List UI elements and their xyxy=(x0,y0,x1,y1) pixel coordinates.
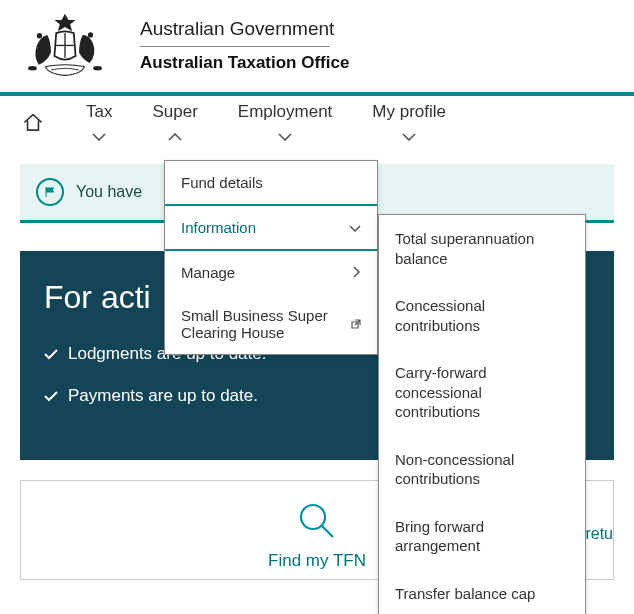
sm-label: Transfer balance cap xyxy=(395,585,535,602)
notice-text: You have xyxy=(76,183,142,201)
dd-label: Manage xyxy=(181,264,235,281)
sm-non-concessional[interactable]: Non-concessional contributions xyxy=(379,436,585,503)
chevron-down-icon xyxy=(278,126,292,146)
primary-nav: Tax Super Employment My profile xyxy=(0,92,634,152)
status-text: Payments are up to date. xyxy=(68,386,258,406)
submenu-information: Total superannuation balance Concessiona… xyxy=(378,214,586,614)
sm-label: Non-concessional contributions xyxy=(395,451,514,488)
dropdown-super: Fund details Information Manage Small Bu… xyxy=(164,160,378,355)
gov-title: Australian Government xyxy=(140,18,349,46)
check-icon xyxy=(44,348,58,360)
dd-label: Small Business Super Clearing House xyxy=(181,307,344,341)
coat-of-arms-icon xyxy=(20,10,110,80)
nav-my-profile[interactable]: My profile xyxy=(352,96,466,152)
flag-icon xyxy=(36,178,64,206)
nav-label: Tax xyxy=(86,102,112,122)
dd-fund-details[interactable]: Fund details xyxy=(165,161,377,204)
nav-employment[interactable]: Employment xyxy=(218,96,352,152)
site-header: Australian Government Australian Taxatio… xyxy=(0,0,634,92)
sm-label: Concessional contributions xyxy=(395,297,485,334)
dd-label: Fund details xyxy=(181,174,263,191)
external-link-icon xyxy=(350,316,361,333)
dd-label: Information xyxy=(181,219,256,236)
sm-concessional[interactable]: Concessional contributions xyxy=(379,282,585,349)
svg-line-7 xyxy=(322,526,333,537)
agency-title: Australian Taxation Office xyxy=(140,53,349,73)
site-title-block: Australian Government Australian Taxatio… xyxy=(140,18,349,73)
nav-home[interactable] xyxy=(0,92,66,152)
sm-label: Bring forward arrangement xyxy=(395,518,484,555)
chevron-down-icon xyxy=(92,126,106,146)
sm-transfer-balance-cap[interactable]: Transfer balance cap xyxy=(379,570,585,615)
title-divider xyxy=(140,46,330,47)
chevron-down-icon xyxy=(402,126,416,146)
chevron-down-icon xyxy=(349,219,361,236)
nav-label: Employment xyxy=(238,102,332,122)
dd-manage[interactable]: Manage xyxy=(165,251,377,294)
tile-label: Find my TFN xyxy=(268,551,366,571)
dd-information[interactable]: Information xyxy=(165,204,377,251)
nav-label: Super xyxy=(152,102,197,122)
sm-label: Total superannuation balance xyxy=(395,230,534,267)
chevron-up-icon xyxy=(168,126,182,146)
nav-tax[interactable]: Tax xyxy=(66,96,132,152)
sm-carry-forward[interactable]: Carry-forward concessional contributions xyxy=(379,349,585,436)
svg-point-2 xyxy=(37,33,42,38)
svg-point-5 xyxy=(93,66,102,70)
sm-bring-forward[interactable]: Bring forward arrangement xyxy=(379,503,585,570)
search-icon xyxy=(295,499,339,547)
svg-point-6 xyxy=(301,505,325,529)
dd-sbsch[interactable]: Small Business Super Clearing House xyxy=(165,294,377,354)
nav-label: My profile xyxy=(372,102,446,122)
nav-super[interactable]: Super xyxy=(132,96,217,152)
svg-point-3 xyxy=(88,32,93,37)
chevron-right-icon xyxy=(353,264,361,281)
check-icon xyxy=(44,390,58,402)
svg-point-4 xyxy=(28,66,37,70)
home-icon xyxy=(22,112,44,137)
sm-total-super-balance[interactable]: Total superannuation balance xyxy=(379,215,585,282)
sm-label: Carry-forward concessional contributions xyxy=(395,364,487,420)
